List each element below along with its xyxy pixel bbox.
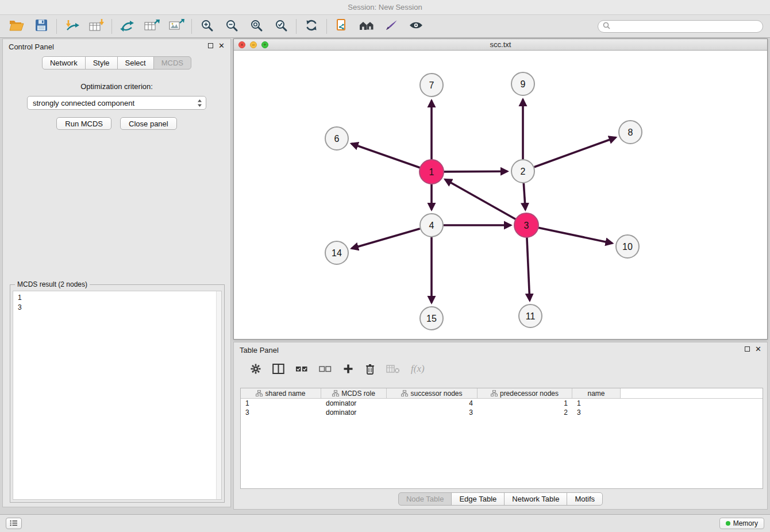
graph-node-2[interactable]: 2 [511, 160, 534, 183]
open-session-button[interactable] [7, 18, 26, 35]
zoom-out-icon [225, 18, 238, 34]
export-network-button[interactable] [117, 18, 137, 35]
tab-motifs[interactable]: Motifs [567, 492, 603, 506]
network-canvas[interactable]: 7968124314101511 [234, 51, 767, 339]
graph-node-3[interactable]: 3 [514, 213, 538, 237]
graph-node-7[interactable]: 7 [420, 74, 443, 97]
select-all-checkboxes-icon[interactable] [295, 364, 308, 373]
graph-node-1[interactable]: 1 [419, 160, 444, 184]
window-close-icon[interactable]: × [238, 41, 245, 48]
node-table: shared name MCDS role successor nodes pr… [240, 388, 763, 489]
float-table-panel-icon[interactable] [745, 346, 750, 352]
column-header-successor-nodes[interactable]: successor nodes [387, 388, 478, 398]
mcds-result-line: 1 [18, 293, 221, 303]
refresh-button[interactable] [302, 18, 321, 35]
tab-style[interactable]: Style [85, 56, 118, 70]
houses-icon [359, 19, 375, 34]
column-header-name[interactable]: name [572, 388, 621, 398]
save-session-button[interactable] [32, 18, 51, 35]
open-folder-icon [9, 19, 24, 34]
cell-successor-nodes[interactable]: 3 [387, 408, 478, 417]
graph-node-8[interactable]: 8 [619, 121, 642, 144]
graph-edge-3-10[interactable] [538, 228, 613, 243]
cell-shared-name[interactable]: 1 [241, 399, 321, 408]
graph-node-label: 14 [332, 248, 342, 258]
close-panel-icon[interactable]: ✕ [218, 42, 225, 49]
search-input[interactable] [598, 20, 763, 33]
add-column-icon[interactable] [342, 363, 354, 375]
cell-name[interactable]: 1 [572, 399, 621, 408]
style-paint-button[interactable] [382, 18, 401, 35]
criterion-dropdown[interactable]: strongly connected component [27, 96, 206, 110]
task-history-button[interactable] [6, 518, 22, 529]
table-toolbar: f(x) [234, 357, 767, 379]
graph-edge-3-1[interactable] [445, 179, 516, 219]
tab-select[interactable]: Select [117, 56, 154, 70]
zoom-in-button[interactable] [197, 18, 217, 35]
graph-node-label: 3 [524, 221, 529, 230]
delete-column-trash-icon[interactable] [365, 363, 375, 375]
column-label: successor nodes [410, 390, 462, 398]
graph-node-11[interactable]: 11 [519, 304, 542, 327]
graph-edge-1-6[interactable] [352, 144, 421, 168]
graph-node-14[interactable]: 14 [325, 241, 348, 264]
show-hide-graphics-button[interactable] [406, 18, 426, 35]
graph-edge-2-8[interactable] [534, 137, 616, 167]
cell-mcds-role[interactable]: dominator [321, 399, 387, 408]
import-network-button[interactable] [62, 18, 82, 35]
close-table-panel-icon[interactable]: ✕ [755, 345, 761, 353]
table-row[interactable]: 1 dominator 4 1 1 [241, 399, 763, 408]
list-icon [10, 518, 18, 529]
graph-edge-4-14[interactable] [352, 229, 420, 249]
memory-button[interactable]: Memory [719, 518, 764, 529]
export-table-button[interactable] [142, 18, 161, 35]
table-settings-gear-icon[interactable] [250, 363, 261, 375]
float-panel-icon[interactable] [208, 43, 213, 48]
deselect-all-checkboxes-icon[interactable] [319, 364, 332, 373]
cell-mcds-role[interactable]: dominator [321, 408, 387, 417]
table-row[interactable]: 3 dominator 3 2 3 [241, 408, 763, 417]
cell-shared-name[interactable]: 3 [241, 408, 321, 417]
result-scrollbar[interactable] [216, 291, 221, 499]
window-titlebar: Session: New Session [0, 0, 770, 15]
cell-name[interactable]: 3 [572, 408, 621, 417]
column-header-mcds-role[interactable]: MCDS role [321, 388, 387, 398]
tab-node-table[interactable]: Node Table [398, 492, 452, 506]
cell-predecessor-nodes[interactable]: 1 [478, 399, 572, 408]
window-title: Session: New Session [348, 3, 422, 11]
graph-node-15[interactable]: 15 [420, 307, 443, 330]
cell-predecessor-nodes[interactable]: 2 [478, 408, 572, 417]
close-panel-button[interactable]: Close panel [120, 117, 177, 130]
graph-node-label: 4 [429, 221, 434, 230]
export-image-button[interactable] [167, 18, 186, 35]
show-columns-icon[interactable] [272, 363, 284, 375]
window-zoom-icon[interactable]: + [261, 41, 268, 48]
graph-edge-1-2[interactable] [444, 171, 507, 172]
column-header-predecessor-nodes[interactable]: predecessor nodes [478, 388, 572, 398]
cell-successor-nodes[interactable]: 4 [387, 399, 478, 408]
column-header-shared-name[interactable]: shared name [241, 388, 321, 398]
graph-node-9[interactable]: 9 [511, 72, 534, 95]
run-mcds-button[interactable]: Run MCDS [56, 117, 111, 130]
zoom-selected-button[interactable] [271, 18, 291, 35]
status-bar: Memory [0, 514, 770, 532]
window-minimize-icon[interactable]: − [250, 41, 257, 48]
home-button[interactable] [357, 18, 376, 35]
graph-node-4[interactable]: 4 [420, 214, 443, 237]
open-document-button[interactable] [332, 18, 352, 35]
tab-mcds[interactable]: MCDS [153, 56, 191, 70]
mcds-result-textarea[interactable]: 1 3 [13, 291, 222, 500]
graph-node-6[interactable]: 6 [325, 127, 348, 150]
network-graph[interactable]: 7968124314101511 [234, 51, 767, 340]
control-panel-tabs: Network Style Select MCDS [3, 56, 230, 70]
graph-edge-2-3[interactable] [523, 183, 525, 210]
import-table-button[interactable] [87, 18, 106, 35]
zoom-fit-button[interactable] [247, 18, 266, 35]
zoom-out-button[interactable] [222, 18, 241, 35]
toolbar-separator [296, 19, 297, 34]
tab-network-table[interactable]: Network Table [504, 492, 567, 506]
graph-node-10[interactable]: 10 [616, 235, 639, 258]
tab-network[interactable]: Network [42, 56, 86, 70]
tab-edge-table[interactable]: Edge Table [451, 492, 505, 506]
graph-edge-3-11[interactable] [527, 237, 530, 300]
